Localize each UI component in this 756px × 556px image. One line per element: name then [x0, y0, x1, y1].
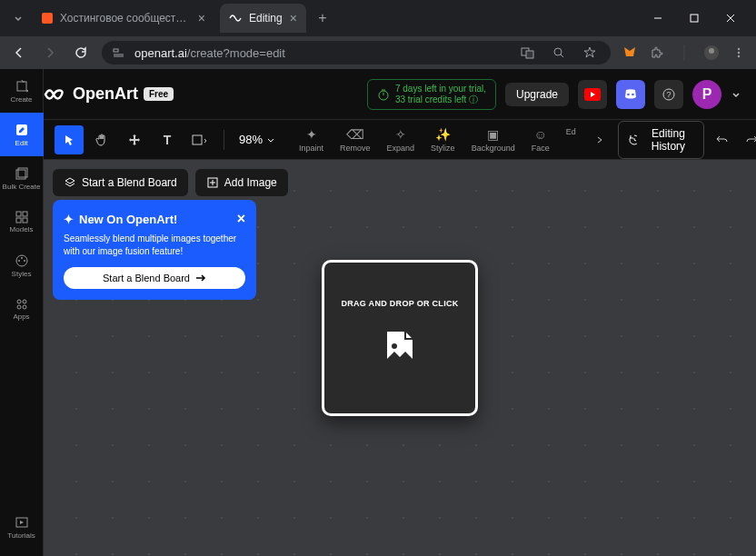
extension-icons — [622, 45, 747, 61]
add-image-button[interactable]: Add Image — [195, 169, 288, 196]
info-icon[interactable]: ⓘ — [469, 94, 478, 104]
browser-tab-0[interactable]: Хостинговое сообщество «Tim × — [33, 4, 214, 33]
svg-rect-0 — [42, 13, 53, 24]
url-box[interactable]: openart.ai/create?mode=edit — [102, 41, 611, 65]
canvas-toolbar: Start a Blend Board Add Image — [53, 169, 288, 196]
nav-forward[interactable] — [40, 43, 60, 63]
browser-addressbar: openart.ai/create?mode=edit — [0, 36, 756, 69]
broken-image-icon — [380, 328, 420, 368]
tab-close-0[interactable]: × — [198, 11, 205, 25]
start-blend-board-button[interactable]: Start a Blend Board — [53, 169, 188, 196]
main-area: Start a Blend Board Add Image ✦ New On O… — [0, 160, 756, 556]
onboarding-cta-button[interactable]: Start a Blend Board — [64, 267, 245, 289]
background-tool[interactable]: ▣Background — [464, 125, 522, 154]
onboarding-popup: ✦ New On OpenArt! × Seamlessly blend mul… — [53, 200, 256, 300]
svg-point-24 — [632, 93, 634, 95]
svg-text:T: T — [164, 134, 172, 146]
stylize-tool[interactable]: ✨Stylize — [423, 125, 463, 154]
brand-logo[interactable]: OpenArt Free — [44, 84, 174, 104]
onboarding-title: New On OpenArt! — [79, 213, 177, 226]
svg-rect-31 — [17, 82, 26, 91]
window-close[interactable] — [712, 4, 749, 33]
plan-badge: Free — [144, 87, 174, 101]
layers-icon — [64, 176, 76, 189]
browser-menu-icon[interactable] — [731, 45, 747, 61]
url-text: openart.ai/create?mode=edit — [134, 46, 285, 60]
inpaint-tool[interactable]: ✦Inpaint — [292, 125, 331, 154]
zoom-url-icon[interactable] — [549, 43, 569, 63]
tab-close-1[interactable]: × — [290, 11, 297, 25]
svg-point-14 — [738, 52, 740, 54]
onboarding-close[interactable]: × — [237, 211, 245, 227]
translate-icon[interactable] — [518, 43, 538, 63]
face-tool[interactable]: ☺Face — [524, 125, 557, 154]
editing-history-button[interactable]: Editing History — [618, 121, 704, 159]
sparkle-icon: ✦ — [306, 127, 317, 142]
canvas[interactable]: Start a Blend Board Add Image ✦ New On O… — [44, 160, 756, 556]
ext-metamask-icon[interactable] — [622, 45, 638, 61]
svg-point-51 — [392, 343, 397, 349]
toolbar-separator — [224, 130, 224, 150]
account-chevron[interactable] — [731, 89, 741, 100]
tab-title-1: Editing — [249, 12, 283, 25]
remove-tool[interactable]: ⌫Remove — [333, 125, 378, 154]
trial-text: 7 days left in your trial, 33 trial cred… — [395, 84, 486, 105]
svg-line-9 — [561, 55, 563, 57]
hand-tool[interactable] — [87, 125, 116, 154]
edit-icon — [15, 123, 29, 137]
shape-tool[interactable] — [185, 125, 214, 154]
ext-separator — [676, 45, 692, 61]
ed-tool[interactable]: Ed — [559, 125, 583, 154]
new-tab-button[interactable]: + — [312, 7, 333, 29]
dropzone[interactable]: DRAG AND DROP OR CLICK — [322, 260, 478, 416]
discord-icon[interactable] — [616, 80, 645, 109]
brand-name: OpenArt — [73, 84, 138, 104]
youtube-icon[interactable] — [578, 80, 607, 109]
dropzone-label: DRAG AND DROP OR CLICK — [341, 299, 458, 308]
eraser-icon: ⌫ — [346, 127, 364, 142]
svg-point-15 — [738, 55, 740, 57]
window-minimize[interactable] — [640, 4, 676, 33]
profile-icon[interactable] — [703, 45, 720, 61]
sidebar-create[interactable]: Create — [0, 69, 44, 113]
tab-favicon-1 — [229, 12, 242, 25]
stopwatch-icon — [377, 88, 390, 101]
app-header: OpenArt Free 7 days left in your trial, … — [0, 69, 756, 120]
trial-status[interactable]: 7 days left in your trial, 33 trial cred… — [367, 79, 496, 110]
user-avatar[interactable]: P — [692, 80, 721, 109]
create-icon — [15, 79, 29, 94]
svg-point-13 — [738, 48, 740, 50]
redo-button[interactable] — [741, 125, 756, 154]
browser-tab-1[interactable]: Editing × — [220, 4, 306, 33]
select-tool[interactable] — [55, 125, 84, 154]
face-icon: ☺ — [534, 127, 547, 142]
zoom-level[interactable]: 98% — [234, 129, 281, 150]
arrow-right-icon — [195, 273, 206, 283]
nav-reload[interactable] — [71, 43, 91, 63]
nav-back[interactable] — [9, 43, 29, 63]
text-tool[interactable]: T — [153, 125, 182, 154]
site-settings-icon[interactable] — [113, 46, 125, 59]
tools-scroll-right[interactable] — [585, 125, 614, 154]
infinity-icon — [44, 86, 67, 103]
ext-puzzle-icon[interactable] — [649, 45, 665, 61]
expand-icon: ✧ — [395, 127, 406, 142]
move-tool[interactable] — [120, 125, 149, 154]
undo-button[interactable] — [711, 125, 733, 154]
expand-tool[interactable]: ✧Expand — [380, 125, 423, 154]
tab-list-chevron[interactable] — [7, 7, 29, 29]
editor-toolbar: T 98% ✦Inpaint ⌫Remove ✧Expand ✨Stylize … — [0, 120, 756, 160]
svg-point-23 — [627, 93, 630, 95]
magic-wand-icon: ✦ — [64, 213, 74, 226]
window-controls — [640, 4, 749, 33]
upgrade-button[interactable]: Upgrade — [505, 83, 569, 106]
onboarding-body: Seamlessly blend multiple images togethe… — [64, 233, 245, 258]
plus-image-icon — [206, 176, 219, 189]
wand-icon: ✨ — [435, 127, 451, 142]
sidebar-edit[interactable]: Edit — [0, 113, 44, 156]
window-maximize[interactable] — [676, 4, 712, 33]
bookmark-icon[interactable] — [580, 43, 600, 63]
history-icon — [628, 134, 637, 146]
tab-favicon-0 — [42, 12, 53, 25]
help-icon[interactable]: ? — [654, 80, 683, 109]
